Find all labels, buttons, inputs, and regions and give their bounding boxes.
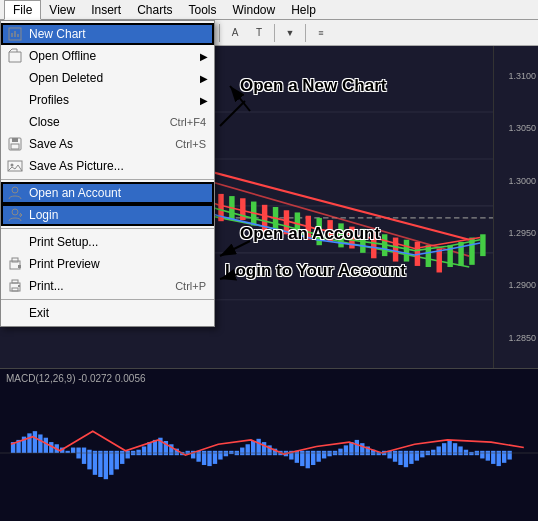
open-offline-label: Open Offline xyxy=(29,49,96,63)
open-offline-arrow: ▶ xyxy=(200,51,208,62)
print-preview-icon xyxy=(5,254,25,274)
new-chart-label: New Chart xyxy=(29,27,86,41)
svg-rect-108 xyxy=(322,451,326,459)
svg-rect-141 xyxy=(502,451,506,463)
svg-rect-69 xyxy=(109,451,113,475)
svg-rect-142 xyxy=(507,451,511,460)
open-offline-icon xyxy=(5,46,25,66)
svg-rect-93 xyxy=(240,448,244,456)
svg-rect-111 xyxy=(338,449,342,456)
menu-insert[interactable]: Insert xyxy=(83,1,129,19)
svg-rect-54 xyxy=(27,433,31,453)
toolbar-template[interactable]: T xyxy=(248,22,270,44)
menu-charts[interactable]: Charts xyxy=(129,1,180,19)
svg-rect-40 xyxy=(371,231,376,258)
menu-open-deleted[interactable]: Open Deleted ▶ xyxy=(1,67,214,89)
svg-rect-43 xyxy=(404,240,409,262)
svg-rect-107 xyxy=(316,451,320,462)
profiles-label: Profiles xyxy=(29,93,69,107)
svg-rect-48 xyxy=(458,242,463,266)
svg-rect-96 xyxy=(256,439,260,455)
menu-tools[interactable]: Tools xyxy=(181,1,225,19)
svg-rect-67 xyxy=(98,451,102,477)
separator-2 xyxy=(1,228,214,229)
login-label: Login xyxy=(29,208,58,222)
macd-svg xyxy=(0,385,538,521)
svg-rect-133 xyxy=(458,446,462,455)
menu-print-setup[interactable]: Print Setup... xyxy=(1,231,214,253)
menu-print-preview[interactable]: Print Preview xyxy=(1,253,214,275)
open-deleted-label: Open Deleted xyxy=(29,71,103,85)
open-account-label: Open an Account xyxy=(29,186,121,200)
separator-1 xyxy=(1,179,214,180)
save-as-picture-label: Save As Picture... xyxy=(29,159,124,173)
svg-rect-56 xyxy=(38,434,42,453)
y-label-4: 1.2950 xyxy=(496,228,536,238)
menu-print[interactable]: Print... Ctrl+P xyxy=(1,275,214,297)
save-picture-icon xyxy=(5,156,25,176)
svg-rect-130 xyxy=(442,443,446,455)
menu-help[interactable]: Help xyxy=(283,1,324,19)
print-setup-label: Print Setup... xyxy=(29,235,98,249)
menu-new-chart[interactable]: New Chart xyxy=(1,23,214,45)
svg-rect-134 xyxy=(464,450,468,455)
svg-rect-121 xyxy=(393,451,397,462)
menu-view[interactable]: View xyxy=(41,1,83,19)
menu-profiles[interactable]: Profiles ▶ xyxy=(1,89,214,111)
svg-rect-150 xyxy=(11,144,19,149)
svg-rect-137 xyxy=(480,451,484,459)
svg-rect-112 xyxy=(344,445,348,455)
svg-rect-94 xyxy=(246,444,250,455)
svg-rect-161 xyxy=(12,288,18,291)
svg-rect-30 xyxy=(262,205,267,232)
print-shortcut: Ctrl+P xyxy=(175,280,206,292)
svg-rect-65 xyxy=(87,450,91,470)
svg-rect-123 xyxy=(404,451,408,467)
svg-rect-129 xyxy=(437,446,441,455)
svg-rect-70 xyxy=(115,451,119,470)
open-deleted-arrow: ▶ xyxy=(200,73,208,84)
svg-rect-85 xyxy=(196,451,200,462)
menu-file[interactable]: File xyxy=(4,0,41,20)
exit-label: Exit xyxy=(29,306,49,320)
menu-open-offline[interactable]: Open Offline ▶ xyxy=(1,45,214,67)
toolbar-sep4 xyxy=(219,24,220,42)
menu-open-account[interactable]: Open an Account xyxy=(1,182,214,204)
svg-rect-64 xyxy=(82,448,86,464)
svg-rect-91 xyxy=(229,451,233,454)
svg-rect-89 xyxy=(218,451,222,460)
y-label-1: 1.3100 xyxy=(496,71,536,81)
menu-window[interactable]: Window xyxy=(225,1,284,19)
menu-exit[interactable]: Exit xyxy=(1,302,214,324)
close-label: Close xyxy=(29,115,60,129)
menu-close[interactable]: Close Ctrl+F4 xyxy=(1,111,214,133)
toolbar-indicator[interactable]: A xyxy=(224,22,246,44)
menu-save-as[interactable]: Save As Ctrl+S xyxy=(1,133,214,155)
y-label-3: 1.3000 xyxy=(496,176,536,186)
menu-save-as-picture[interactable]: Save As Picture... xyxy=(1,155,214,177)
svg-rect-62 xyxy=(71,448,75,453)
svg-rect-72 xyxy=(125,451,129,459)
svg-point-153 xyxy=(12,187,18,193)
svg-rect-125 xyxy=(415,451,419,461)
svg-rect-90 xyxy=(224,451,228,456)
y-label-5: 1.2900 xyxy=(496,280,536,290)
profiles-arrow: ▶ xyxy=(200,95,208,106)
menu-login[interactable]: Login xyxy=(1,204,214,226)
save-as-shortcut: Ctrl+S xyxy=(175,138,206,150)
svg-point-152 xyxy=(11,164,14,167)
y-label-6: 1.2850 xyxy=(496,333,536,343)
svg-rect-66 xyxy=(93,451,97,475)
svg-rect-162 xyxy=(18,285,20,287)
svg-rect-105 xyxy=(306,451,310,468)
toolbar-chart-type[interactable]: ≡ xyxy=(310,22,332,44)
svg-rect-132 xyxy=(453,443,457,455)
login-icon xyxy=(5,205,25,225)
macd-label: MACD(12,26,9) -0.0272 0.0056 xyxy=(6,373,146,384)
svg-rect-128 xyxy=(431,450,435,455)
svg-rect-50 xyxy=(480,234,485,256)
print-label: Print... xyxy=(29,279,64,293)
save-as-label: Save As xyxy=(29,137,73,151)
svg-rect-61 xyxy=(65,451,69,453)
toolbar-period[interactable]: ▼ xyxy=(279,22,301,44)
